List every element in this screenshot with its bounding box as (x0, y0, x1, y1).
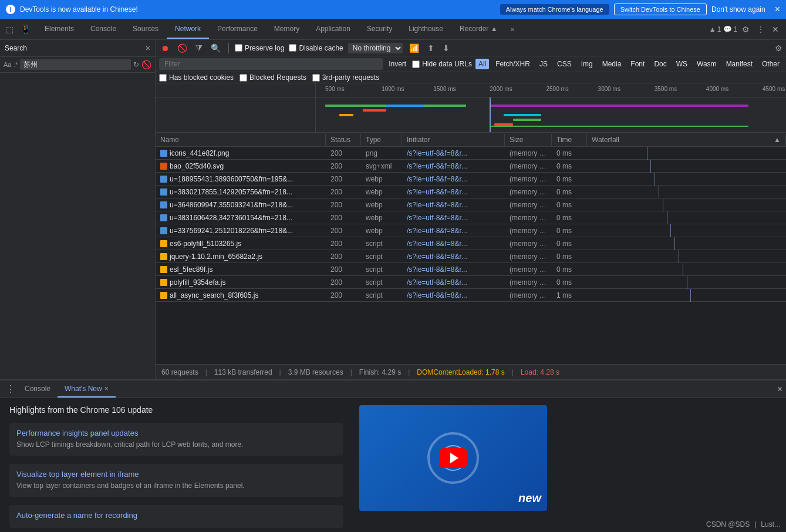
table-row[interactable]: u=188955431,3893600750&fm=195&... 200 we… (156, 173, 786, 186)
warning-count: 1 (717, 25, 721, 33)
preserve-log-label[interactable]: Preserve log (235, 44, 284, 52)
console-badge-button[interactable]: 💬 1 (723, 25, 737, 33)
filter-type-fetch[interactable]: Fetch/XHR (492, 59, 533, 69)
third-party-label[interactable]: 3rd-party requests (312, 73, 379, 82)
tab-application[interactable]: Application (308, 20, 359, 39)
table-row[interactable]: u=3831606428,3427360154&fm=218... 200 we… (156, 211, 786, 224)
throttle-select[interactable]: No throttling (348, 43, 403, 53)
bottom-panel-close-button[interactable]: × (777, 384, 782, 395)
table-row[interactable]: u=3648609947,355093241&fm=218&... 200 we… (156, 198, 786, 211)
filter-type-js[interactable]: JS (537, 59, 551, 69)
td-status-9: 200 (326, 264, 361, 275)
wifi-button[interactable]: 📶 (407, 43, 421, 53)
table-row[interactable]: es6-polyfill_5103265.js 200 script /s?ie… (156, 237, 786, 250)
th-time[interactable]: Time (552, 134, 587, 146)
filter-type-img[interactable]: Img (578, 59, 596, 69)
file-name-11: all_async_search_8f3f605.js (170, 291, 258, 299)
filter-type-doc[interactable]: Doc (651, 59, 669, 69)
disable-cache-label[interactable]: Disable cache (289, 44, 343, 52)
th-waterfall[interactable]: Waterfall ▲ (587, 134, 786, 146)
stop-button[interactable]: 🚫 (176, 43, 189, 53)
whats-new-item-1[interactable]: Visualize top layer element in iframe Vi… (9, 464, 343, 497)
filter-type-other[interactable]: Other (759, 59, 782, 69)
network-table[interactable]: Name Status Type Initiator Size Time Wat… (156, 133, 786, 364)
inspect-icon-button[interactable]: ⬚ (4, 23, 16, 35)
table-row[interactable]: jquery-1.10.2.min_65682a2.js 200 script … (156, 250, 786, 263)
blocked-requests-label[interactable]: Blocked Requests (239, 73, 306, 82)
device-toggle-button[interactable]: 📱 (18, 23, 33, 35)
table-row[interactable]: icons_441e82f.png 200 png /s?ie=utf-8&f=… (156, 147, 786, 160)
filter-type-manifest[interactable]: Manifest (723, 59, 755, 69)
filter-type-media[interactable]: Media (599, 59, 625, 69)
table-row[interactable]: polyfill_9354efa.js 200 script /s?ie=utf… (156, 276, 786, 289)
th-initiator[interactable]: Initiator (402, 134, 505, 146)
th-size[interactable]: Size (505, 134, 552, 146)
th-status[interactable]: Status (326, 134, 361, 146)
tab-lighthouse[interactable]: Lighthouse (400, 20, 451, 39)
tab-console[interactable]: Console (82, 20, 124, 39)
whats-new-tab-close[interactable]: × (104, 385, 109, 393)
table-row[interactable]: u=3830217855,1429205756&fm=218... 200 we… (156, 186, 786, 198)
preserve-log-checkbox[interactable] (235, 44, 242, 52)
search-network-button[interactable]: 🔍 (209, 43, 222, 53)
table-row[interactable]: esl_5fec89f.js 200 script /s?ie=utf-8&f=… (156, 263, 786, 276)
search-panel-title: Search (5, 44, 143, 52)
download-button[interactable]: ⬇ (441, 43, 451, 53)
tab-memory[interactable]: Memory (266, 20, 308, 39)
warning-badge-button[interactable]: ▲ 1 (709, 25, 721, 33)
td-size-11: (memory ...) (505, 290, 552, 301)
notif-close-button[interactable]: × (775, 4, 780, 15)
tab-network[interactable]: Network (167, 20, 209, 39)
invert-button[interactable]: Invert (386, 59, 409, 69)
tab-elements[interactable]: Elements (36, 20, 82, 39)
th-type[interactable]: Type (361, 134, 402, 146)
waterfall-line-7 (674, 237, 675, 250)
tab-performance[interactable]: Performance (209, 20, 266, 39)
filter-icon-button[interactable]: ⧩ (194, 42, 204, 53)
more-tabs-button[interactable]: » (506, 25, 519, 33)
search-input[interactable] (20, 59, 131, 70)
play-button[interactable] (439, 448, 467, 468)
search-refresh-button[interactable]: ↻ (133, 60, 139, 69)
table-row[interactable]: u=337569241,2512018226&fm=218&... 200 we… (156, 224, 786, 237)
blocked-cookies-checkbox[interactable] (159, 74, 167, 82)
tab-bottom-console[interactable]: Console (18, 381, 58, 398)
filter-input[interactable] (159, 58, 383, 70)
filter-type-wasm[interactable]: Wasm (694, 59, 720, 69)
switch-to-chinese-button[interactable]: Switch DevTools to Chinese (614, 4, 707, 15)
filter-type-all[interactable]: All (475, 59, 489, 69)
blocked-cookies-label[interactable]: Has blocked cookies (159, 73, 234, 82)
hide-data-urls-checkbox[interactable] (412, 60, 420, 68)
case-sensitive-button[interactable]: Aa (4, 61, 11, 68)
search-close-button[interactable]: × (146, 43, 150, 53)
tab-recorder[interactable]: Recorder ▲ (451, 20, 506, 39)
dont-show-again-link[interactable]: Don't show again (711, 5, 765, 14)
filter-type-font[interactable]: Font (628, 59, 647, 69)
whats-new-item-2[interactable]: Auto-generate a name for recording (9, 505, 343, 528)
tab-bottom-whats-new[interactable]: What's New × (58, 381, 116, 398)
tab-sources[interactable]: Sources (124, 20, 167, 39)
blocked-requests-checkbox[interactable] (239, 74, 247, 82)
disable-cache-checkbox[interactable] (289, 44, 296, 52)
more-options-button[interactable]: ⋮ (754, 23, 767, 35)
tab-security[interactable]: Security (359, 20, 400, 39)
settings-button[interactable]: ⚙ (740, 23, 752, 35)
third-party-checkbox[interactable] (312, 74, 320, 82)
match-language-button[interactable]: Always match Chrome's language (500, 4, 609, 15)
filter-type-css[interactable]: CSS (554, 59, 575, 69)
close-devtools-button[interactable]: ✕ (770, 23, 781, 35)
whats-new-item-0[interactable]: Performance insights panel updates Show … (9, 423, 343, 456)
network-settings-button[interactable]: ⚙ (775, 43, 782, 53)
bottom-dot-menu[interactable]: ⋮ (4, 383, 18, 395)
upload-button[interactable]: ⬆ (426, 43, 436, 53)
th-name[interactable]: Name (156, 134, 326, 146)
table-row[interactable]: bao_02f5d40.svg 200 svg+xml /s?ie=utf-8&… (156, 160, 786, 173)
record-button[interactable]: ⏺ (159, 43, 171, 53)
hide-data-urls-label[interactable]: Hide data URLs (412, 60, 472, 68)
filter-type-ws[interactable]: WS (673, 59, 690, 69)
regex-button[interactable]: .* (14, 62, 18, 68)
video-thumbnail[interactable]: new (359, 405, 547, 511)
table-row[interactable]: all_async_search_8f3f605.js 200 script /… (156, 289, 786, 302)
footer-sep: | (754, 520, 756, 528)
search-clear-button[interactable]: 🚫 (141, 60, 151, 69)
